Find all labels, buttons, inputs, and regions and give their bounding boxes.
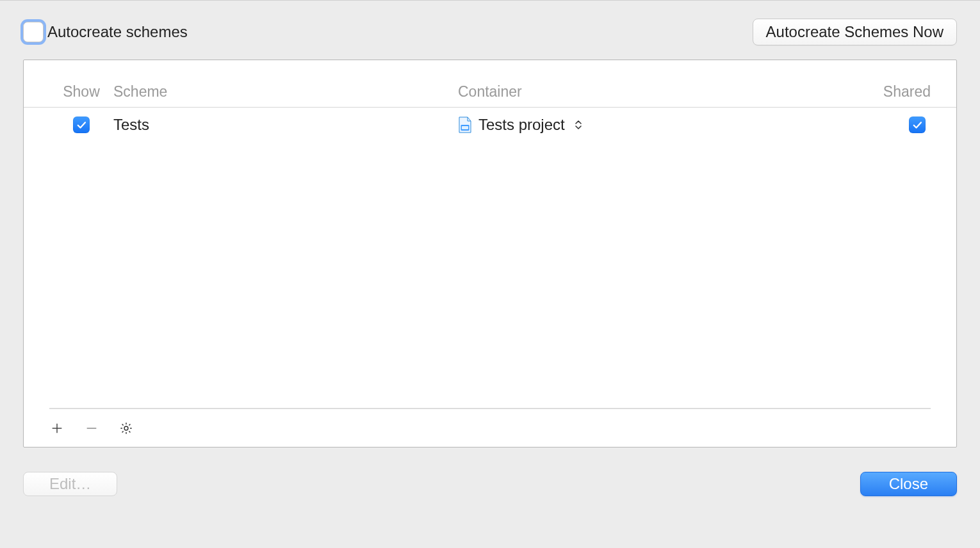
xcode-project-icon bbox=[458, 117, 472, 133]
header-scheme: Scheme bbox=[113, 83, 458, 101]
manage-schemes-window: Autocreate schemes Autocreate Schemes No… bbox=[0, 0, 980, 548]
header-show: Show bbox=[49, 83, 113, 101]
top-bar: Autocreate schemes Autocreate Schemes No… bbox=[0, 1, 980, 45]
close-button[interactable]: Close bbox=[860, 472, 957, 496]
show-checkbox[interactable] bbox=[73, 117, 90, 133]
schemes-table-body: Tests Tests project bbox=[24, 108, 956, 408]
edit-button[interactable]: Edit… bbox=[23, 472, 117, 496]
add-scheme-button[interactable] bbox=[49, 421, 65, 436]
schemes-table-footer bbox=[49, 408, 931, 447]
chevron-up-down-icon bbox=[574, 120, 583, 130]
scheme-name: Tests bbox=[113, 116, 458, 134]
container-name: Tests project bbox=[478, 116, 565, 134]
remove-scheme-button[interactable] bbox=[84, 421, 99, 436]
autocreate-schemes-label: Autocreate schemes bbox=[47, 23, 188, 41]
table-row[interactable]: Tests Tests project bbox=[49, 108, 931, 142]
autocreate-schemes-checkbox[interactable] bbox=[23, 22, 44, 42]
container-selector[interactable]: Tests project bbox=[458, 116, 854, 134]
svg-line-12 bbox=[122, 431, 124, 432]
svg-point-5 bbox=[124, 426, 128, 430]
svg-line-10 bbox=[122, 424, 124, 425]
autocreate-schemes-now-button[interactable]: Autocreate Schemes Now bbox=[753, 19, 957, 45]
header-container: Container bbox=[458, 83, 854, 101]
scheme-settings-button[interactable] bbox=[118, 421, 134, 436]
dialog-bottom-bar: Edit… Close bbox=[0, 447, 980, 496]
header-shared: Shared bbox=[854, 83, 931, 101]
svg-line-13 bbox=[129, 424, 130, 425]
svg-rect-1 bbox=[462, 126, 468, 129]
svg-line-11 bbox=[129, 431, 130, 432]
schemes-table-panel: Show Scheme Container Shared Tests bbox=[23, 60, 957, 447]
autocreate-schemes-control: Autocreate schemes bbox=[23, 22, 188, 42]
schemes-table-header: Show Scheme Container Shared bbox=[24, 60, 956, 108]
shared-checkbox[interactable] bbox=[909, 117, 926, 133]
